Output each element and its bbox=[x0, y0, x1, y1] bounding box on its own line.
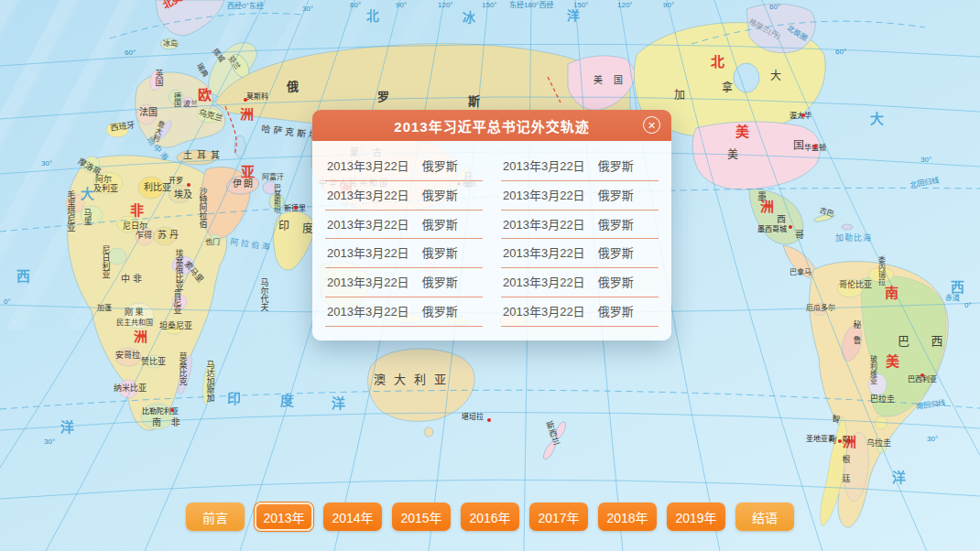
city-label: 渥太华 bbox=[789, 113, 811, 120]
graticule-label: 30° bbox=[44, 438, 55, 446]
country-label: 安哥拉 bbox=[115, 351, 140, 360]
graticule-label: 30° bbox=[927, 436, 938, 443]
graticule-label: 60° bbox=[769, 4, 780, 11]
timeline-button-4[interactable]: 2016年 bbox=[461, 502, 519, 531]
timeline-button-0[interactable]: 前言 bbox=[186, 502, 245, 531]
graticule-label: 90° bbox=[396, 2, 407, 9]
country-label: 巴基斯坦 bbox=[272, 184, 279, 213]
timeline-button-8[interactable]: 结语 bbox=[735, 502, 794, 531]
country-label: 俄 bbox=[287, 81, 299, 93]
country-label: 埃塞俄比亚 bbox=[174, 249, 182, 290]
graticule-label: 30° bbox=[920, 157, 931, 164]
country-label: 马尔代夫 bbox=[259, 278, 267, 311]
entry-date: 2013年3月22日 bbox=[503, 159, 585, 173]
entry-place: 俄罗斯 bbox=[598, 159, 634, 173]
graticule-label: 0° bbox=[964, 302, 972, 309]
country-label: 沙特阿拉伯 bbox=[198, 187, 206, 228]
country-label: 及利亚 bbox=[93, 185, 118, 193]
city-label: 墨西哥城 bbox=[757, 226, 787, 233]
entry-place: 俄罗斯 bbox=[422, 218, 458, 232]
country-label: 美国 bbox=[593, 76, 634, 86]
country-label: 印 bbox=[278, 221, 289, 232]
city-dot bbox=[487, 418, 491, 422]
country-label: 西 bbox=[777, 215, 786, 225]
diplomacy-entry: 2013年3月22日俄罗斯 bbox=[501, 297, 659, 327]
country-label: 刚 果 bbox=[125, 308, 144, 317]
country-label: 南 非 bbox=[152, 418, 184, 428]
entry-place: 俄罗斯 bbox=[422, 305, 458, 319]
country-label: 古巴 bbox=[818, 207, 834, 219]
close-icon[interactable]: ✕ bbox=[643, 116, 660, 134]
country-label: 德国 bbox=[172, 92, 180, 107]
graticule-label: 60° bbox=[835, 49, 846, 56]
ocean-label: 洋 bbox=[60, 420, 74, 435]
ocean-label: 冰 bbox=[463, 11, 475, 25]
country-label: 阿富汗 bbox=[262, 174, 284, 181]
graticule-label: 150° bbox=[482, 2, 497, 9]
country-label: 瑞典 bbox=[195, 62, 209, 79]
entry-date: 2013年3月22日 bbox=[503, 276, 585, 289]
city-dot bbox=[187, 183, 191, 187]
country-label: 肯尼亚 bbox=[172, 289, 180, 314]
city-dot bbox=[244, 98, 247, 102]
diplomacy-entry: 2013年3月22日俄罗斯 bbox=[325, 268, 483, 297]
country-label: 苏丹 bbox=[158, 231, 181, 241]
ocean-label: 洋 bbox=[332, 396, 345, 411]
entry-date: 2013年3月22日 bbox=[503, 189, 585, 202]
city-dot bbox=[813, 145, 817, 148]
country-label: 乍得 bbox=[136, 232, 152, 240]
country-label: 波兰 bbox=[183, 101, 198, 108]
timeline-bar: 前言2013年2014年2015年2016年2017年2018年2019年结语 bbox=[0, 502, 980, 531]
ocean-label: 印 bbox=[227, 392, 241, 406]
continent-label: 北美洲 bbox=[161, 0, 193, 11]
continent-label: 洲 bbox=[134, 330, 147, 344]
entry-date: 2013年3月22日 bbox=[503, 218, 585, 232]
sea-label: 加勒比海 bbox=[835, 234, 872, 243]
country-label: 厄瓜多尔 bbox=[806, 305, 835, 312]
diplomacy-entry: 2013年3月22日俄罗斯 bbox=[325, 152, 483, 181]
timeline-button-7[interactable]: 2019年 bbox=[667, 502, 725, 531]
country-label: 斯 bbox=[468, 95, 480, 108]
modal-header: 2013年习近平总书记外交轨迹 ✕ bbox=[312, 110, 671, 141]
ocean-label: 西 bbox=[951, 280, 964, 295]
country-label: 玻利维亚 bbox=[868, 355, 876, 384]
entry-date: 2013年3月22日 bbox=[327, 305, 409, 319]
country-label: 委内瑞拉 bbox=[877, 256, 884, 286]
city-label: 开罗 bbox=[169, 178, 183, 185]
timeline-button-5[interactable]: 2017年 bbox=[529, 502, 588, 531]
graticule-label: 北极圈 bbox=[786, 25, 809, 43]
city-label: 堪培拉 bbox=[462, 414, 484, 421]
country-label: 埃及 bbox=[174, 190, 192, 200]
timeline-button-6[interactable]: 2018年 bbox=[598, 502, 657, 531]
country-label: 巴拉圭 bbox=[870, 395, 895, 404]
country-label: 西班牙 bbox=[110, 121, 136, 133]
continent-label: 洲 bbox=[240, 107, 254, 122]
graticule-label: 0° bbox=[4, 298, 11, 306]
country-label: 哥 bbox=[795, 231, 804, 241]
continent-label: 南 bbox=[885, 286, 898, 300]
ocean-label: 大 bbox=[870, 112, 884, 126]
timeline-button-1[interactable]: 2013年 bbox=[255, 502, 313, 531]
country-label: 莫桑比克 bbox=[178, 352, 186, 385]
country-label: 罗 bbox=[377, 91, 389, 103]
city-dot bbox=[170, 408, 174, 412]
ocean-label: 度 bbox=[280, 394, 294, 408]
timeline-button-3[interactable]: 2015年 bbox=[392, 502, 451, 531]
ocean-label: 洋 bbox=[892, 470, 906, 485]
city-dot bbox=[294, 206, 298, 210]
diplomacy-entry-list: 2013年3月22日俄罗斯2013年3月22日俄罗斯2013年3月22日俄罗斯2… bbox=[325, 152, 659, 327]
timeline-button-2[interactable]: 2014年 bbox=[323, 502, 382, 531]
diplomacy-entry: 2013年3月22日俄罗斯 bbox=[501, 268, 659, 297]
graticule-label: 30° bbox=[302, 5, 313, 13]
entry-place: 俄罗斯 bbox=[422, 276, 458, 289]
entry-date: 2013年3月22日 bbox=[327, 159, 409, 173]
graticule-label: 90° bbox=[663, 2, 674, 9]
graticule-label: 北回归线 bbox=[909, 177, 940, 189]
country-label: 意大利 bbox=[150, 119, 165, 142]
country-label: 法国 bbox=[139, 108, 158, 118]
entry-date: 2013年3月22日 bbox=[327, 189, 409, 202]
country-label: 马达加斯加 bbox=[205, 361, 213, 402]
graticule-label: 60° bbox=[350, 2, 361, 9]
entry-place: 俄罗斯 bbox=[422, 189, 458, 202]
diplomacy-entry: 2013年3月22日俄罗斯 bbox=[501, 239, 659, 268]
